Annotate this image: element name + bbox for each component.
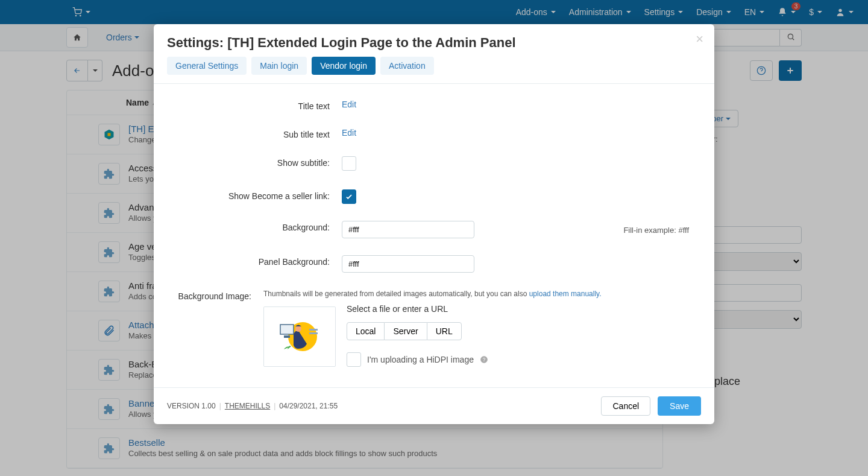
tab-vendor-login[interactable]: Vendor login [312, 57, 376, 75]
svg-rect-11 [309, 329, 318, 331]
thumbnail-note: Thumbnails will be generated from detail… [263, 290, 701, 298]
label-show-become-seller: Show Become a seller link: [167, 189, 342, 201]
label-background-image: Background Image: [167, 290, 263, 301]
checkbox-show-become-seller[interactable] [342, 189, 356, 204]
label-subtitle-text: Sub title text [167, 128, 342, 139]
modal-body: Title text Edit Sub title text Edit Show… [154, 84, 714, 387]
file-server-button[interactable]: Server [385, 322, 426, 340]
edit-title-text[interactable]: Edit [342, 100, 356, 109]
svg-text:?: ? [483, 357, 486, 363]
cancel-button[interactable]: Cancel [601, 396, 650, 416]
tab-activation[interactable]: Activation [380, 57, 434, 75]
input-panel-background[interactable] [342, 255, 474, 273]
tab-main-login[interactable]: Main login [251, 57, 307, 75]
modal-title: Settings: [TH] Extended Login Page to th… [167, 35, 701, 51]
modal-footer: VERSION 1.00|THEMEHILLS|04/29/2021, 21:5… [154, 387, 714, 424]
version-info: VERSION 1.00|THEMEHILLS|04/29/2021, 21:5… [167, 402, 338, 410]
label-background: Background: [167, 221, 342, 232]
upload-manually-link[interactable]: upload them manually. [529, 290, 602, 298]
help-icon[interactable]: ? [480, 355, 488, 364]
svg-rect-9 [284, 335, 290, 338]
svg-point-10 [295, 326, 301, 332]
file-select-label: Select a file or enter a URL [347, 304, 701, 314]
hint-background: Fill-in example: #fff [526, 226, 701, 235]
label-show-subtitle: Show subtitle: [167, 156, 342, 168]
edit-subtitle-text[interactable]: Edit [342, 128, 356, 138]
input-background[interactable] [342, 221, 474, 238]
file-url-button[interactable]: URL [427, 322, 462, 340]
save-button[interactable]: Save [658, 396, 701, 416]
tab-general-settings[interactable]: General Settings [167, 57, 247, 75]
file-local-button[interactable]: Local [347, 322, 385, 340]
close-icon[interactable]: × [696, 31, 703, 47]
checkbox-show-subtitle[interactable] [342, 156, 356, 171]
label-panel-background: Panel Background: [167, 255, 342, 267]
vendor-link[interactable]: THEMEHILLS [225, 402, 270, 410]
label-title-text: Title text [167, 100, 342, 111]
svg-rect-12 [309, 332, 318, 334]
image-thumbnail[interactable] [263, 306, 336, 367]
settings-modal: × Settings: [TH] Extended Login Page to … [154, 24, 714, 424]
hidpi-label: I'm uploading a HiDPI image [367, 355, 474, 364]
modal-tabs: General Settings Main login Vendor login… [154, 57, 714, 84]
checkbox-hidpi[interactable] [347, 352, 361, 367]
svg-rect-8 [280, 325, 294, 334]
